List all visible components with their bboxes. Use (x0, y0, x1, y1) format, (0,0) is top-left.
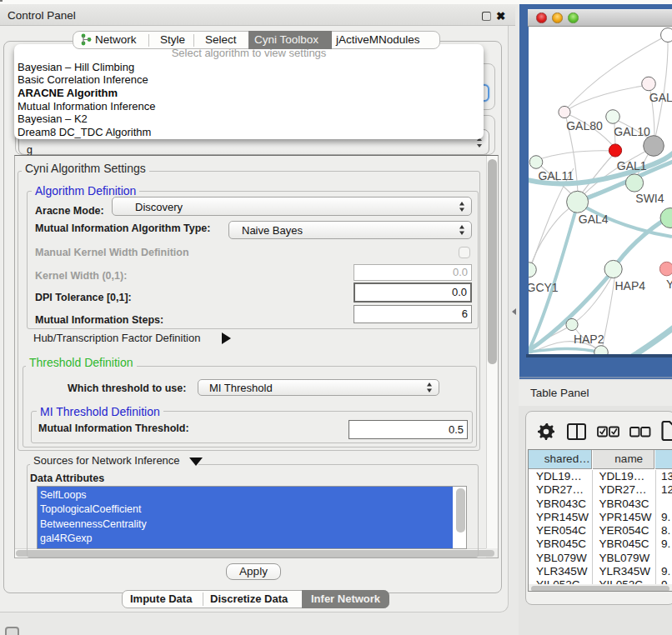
svg-text:YI: YI (666, 278, 672, 291)
svg-text:GAL4: GAL4 (579, 212, 609, 226)
svg-text:HAP4: HAP4 (615, 279, 646, 292)
svg-text:GAL1: GAL1 (617, 159, 647, 172)
svg-text:GCY1: GCY1 (529, 281, 559, 294)
svg-text:SWI4: SWI4 (635, 192, 664, 205)
svg-text:HAP2: HAP2 (574, 332, 604, 346)
svg-text:GAL10: GAL10 (614, 125, 650, 138)
svg-text:GAL80: GAL80 (566, 119, 603, 132)
svg-text:GAL11: GAL11 (538, 169, 574, 182)
svg-text:GAL2: GAL2 (649, 91, 672, 104)
